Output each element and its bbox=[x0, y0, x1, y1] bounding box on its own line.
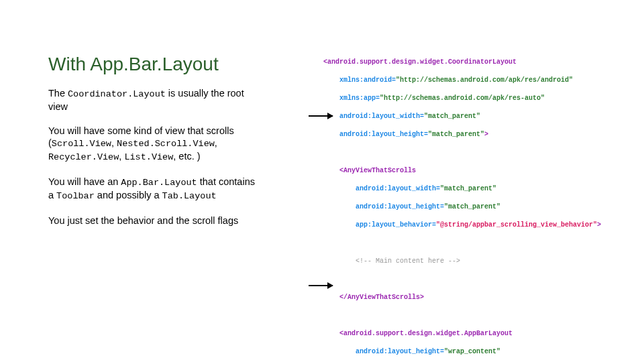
slide-title: With App.Bar.Layout bbox=[48, 54, 263, 75]
paragraph-1: The Coordinator.Layout is usually the ro… bbox=[48, 87, 263, 113]
paragraph-3: You will have an App.Bar.Layout that con… bbox=[48, 176, 263, 202]
paragraph-2: You will have some kind of view that scr… bbox=[48, 125, 263, 164]
text-column: With App.Bar.Layout The Coordinator.Layo… bbox=[48, 54, 263, 239]
code-block: <android.support.design.widget.Coordinat… bbox=[323, 48, 605, 362]
paragraph-4: You just set the behavior and the scroll… bbox=[48, 215, 263, 227]
